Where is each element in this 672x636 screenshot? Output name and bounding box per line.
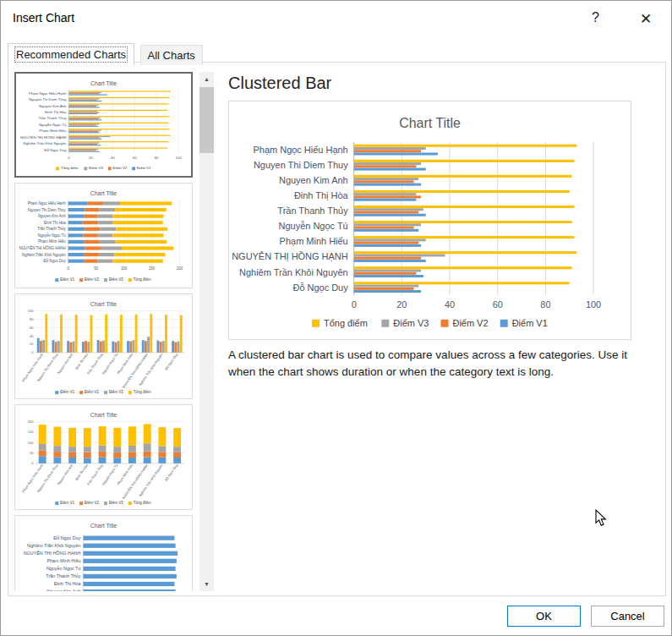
svg-text:Trần Thanh Thủy: Trần Thanh Thủy (46, 573, 80, 578)
svg-text:Điểm V2: Điểm V2 (85, 500, 99, 505)
svg-text:150: 150 (149, 266, 156, 271)
svg-text:Phạm Minh Hiếu: Phạm Minh Hiếu (280, 236, 348, 246)
svg-text:0: 0 (68, 156, 70, 160)
svg-text:50: 50 (30, 451, 34, 455)
tab-content-pane: Chart Title020406080100Phạm Ngọc Hiếu Hạ… (8, 62, 666, 596)
svg-text:Nguyen Kim Anh: Nguyen Kim Anh (39, 104, 67, 108)
tab-recommended-charts-label: Recommended Charts (16, 48, 126, 61)
svg-text:Điểm V1: Điểm V1 (60, 500, 74, 505)
close-icon[interactable]: ✕ (640, 10, 652, 28)
svg-text:Chart Title: Chart Title (90, 190, 117, 196)
svg-text:Điểm V1: Điểm V1 (60, 389, 74, 394)
svg-text:Tổng điểm: Tổng điểm (134, 277, 151, 282)
svg-text:NGUYỄN THỊ HỒNG HẠNH: NGUYỄN THỊ HỒNG HẠNH (20, 135, 66, 140)
svg-text:Đỗ Ngọc Duy: Đỗ Ngọc Duy (44, 258, 67, 263)
dialog-title: Insert Chart (13, 11, 74, 25)
thumbnail-clustered-bar[interactable]: Chart Title020406080100Phạm Ngọc Hiếu Hạ… (14, 72, 193, 178)
svg-text:Nguyễn Ngọc Tú: Nguyễn Ngọc Tú (46, 566, 80, 571)
svg-text:200: 200 (28, 419, 34, 424)
svg-text:Đinh Thị Hòa: Đinh Thị Hòa (294, 190, 349, 200)
svg-text:Điểm V2: Điểm V2 (452, 318, 488, 328)
svg-text:Đinh Thị Hòa: Đinh Thị Hòa (44, 221, 66, 225)
svg-text:Điểm V1: Điểm V1 (137, 166, 151, 170)
tab-recommended-charts[interactable]: Recommended Charts (8, 43, 134, 66)
svg-text:NGUYỄN THỊ HỒNG HẠNH: NGUYỄN THỊ HỒNG HẠNH (19, 245, 65, 250)
svg-text:Chart Title: Chart Title (90, 523, 117, 529)
thumbnail-clustered-column[interactable]: Chart Title020406080100Phạm Ngọc Hiếu Hạ… (14, 293, 193, 399)
svg-text:Điểm V1: Điểm V1 (512, 318, 548, 328)
svg-text:200: 200 (177, 266, 183, 271)
scrollbar-thumb[interactable] (199, 87, 214, 153)
svg-text:60: 60 (493, 299, 503, 310)
tab-all-charts-label: All Charts (148, 49, 195, 62)
svg-text:Đỗ Ngọc Duy: Đỗ Ngọc Duy (164, 463, 178, 482)
scrollbar-down-icon[interactable]: ▼ (199, 577, 214, 591)
svg-text:0: 0 (31, 350, 34, 354)
svg-text:Đỗ Ngọc Duy: Đỗ Ngọc Duy (292, 282, 348, 293)
svg-text:Điểm V2: Điểm V2 (85, 277, 99, 282)
svg-text:100: 100 (28, 309, 34, 313)
svg-text:Đinh Thị Hòa: Đinh Thị Hòa (74, 463, 90, 481)
scrollbar-up-icon[interactable]: ▲ (199, 72, 214, 86)
chart-thumbnail-list: Chart Title020406080100Phạm Ngọc Hiếu Hạ… (14, 72, 199, 591)
svg-text:Nguyen Kim Anh: Nguyen Kim Anh (57, 353, 74, 376)
svg-text:NGUYỄN THỊ HỒNG HẠNH: NGUYỄN THỊ HỒNG HẠNH (24, 551, 81, 556)
chart-type-heading: Clustered Bar (228, 74, 331, 93)
svg-text:20: 20 (89, 156, 93, 160)
svg-text:Trần Thanh Thủy: Trần Thanh Thủy (38, 116, 67, 120)
svg-text:100: 100 (586, 299, 601, 310)
svg-text:Đinh Thị Hòa: Đinh Thị Hòa (54, 581, 80, 586)
svg-text:80: 80 (155, 156, 159, 160)
ok-button[interactable]: OK (507, 606, 581, 627)
svg-text:Nguyen Kim Anh: Nguyen Kim Anh (57, 463, 74, 486)
svg-text:20: 20 (396, 299, 407, 310)
svg-text:Nguyen Kim Anh: Nguyen Kim Anh (279, 175, 348, 185)
svg-text:Đinh Thị Hòa: Đinh Thị Hòa (74, 352, 90, 370)
svg-text:150: 150 (28, 430, 34, 434)
svg-text:Điểm V2: Điểm V2 (113, 166, 128, 170)
svg-text:80: 80 (30, 317, 34, 321)
svg-text:Đinh Thị Hòa: Đinh Thị Hòa (45, 110, 67, 114)
svg-text:Điểm V2: Điểm V2 (85, 389, 99, 394)
svg-text:NGUYỄN THỊ HỒNG HẠNH: NGUYỄN THỊ HỒNG HẠNH (232, 252, 348, 262)
clustered-bar-chart: Chart Title020406080100Phạm Ngọc Hiếu Hạ… (229, 101, 631, 339)
svg-text:40: 40 (111, 156, 115, 160)
svg-text:Trần Thanh Thủy: Trần Thanh Thủy (277, 206, 348, 216)
svg-text:Nghiêm Trần Khôi Nguyên: Nghiêm Trần Khôi Nguyên (239, 267, 348, 277)
svg-text:Đỗ Ngọc Duy: Đỗ Ngọc Duy (45, 148, 68, 152)
svg-text:Phạm Ngọc Hiếu Hạnh: Phạm Ngọc Hiếu Hạnh (28, 201, 67, 206)
thumbnail-stacked-bar[interactable]: Chart Title050100150200Phạm Ngọc Hiếu Hạ… (14, 183, 193, 288)
svg-text:Nguyen Thi Diem Thuy: Nguyen Thi Diem Thuy (254, 160, 348, 170)
tab-all-charts[interactable]: All Charts (140, 45, 203, 65)
svg-text:Chart Title: Chart Title (399, 116, 461, 130)
svg-text:Phạm Minh Hiếu: Phạm Minh Hiếu (38, 239, 66, 244)
svg-text:Tổng điểm: Tổng điểm (134, 500, 151, 505)
svg-text:Điểm V3: Điểm V3 (393, 318, 429, 328)
cancel-button[interactable]: Cancel (591, 606, 664, 627)
svg-text:100: 100 (121, 266, 128, 271)
svg-text:Điểm V3: Điểm V3 (109, 500, 123, 505)
tab-bar: Recommended Charts All Charts (8, 43, 205, 65)
svg-text:Nguyen Thi Diem Thuy: Nguyen Thi Diem Thuy (29, 97, 67, 101)
svg-text:Nguyễn Ngọc Tú: Nguyễn Ngọc Tú (279, 221, 348, 231)
svg-text:Phạm Ngọc Hiếu Hạnh: Phạm Ngọc Hiếu Hạnh (29, 91, 67, 96)
svg-text:Nghiêm Trần Khôi Nguyên: Nghiêm Trần Khôi Nguyên (24, 141, 68, 145)
help-icon[interactable]: ? (592, 10, 599, 25)
svg-text:40: 40 (445, 299, 455, 310)
svg-text:80: 80 (540, 299, 550, 310)
scrollbar[interactable]: ▲ ▼ (199, 72, 214, 591)
svg-text:Chart Title: Chart Title (90, 301, 117, 307)
svg-text:40: 40 (30, 334, 34, 338)
svg-text:0: 0 (67, 266, 69, 271)
svg-text:Đỗ Ngọc Duy: Đỗ Ngọc Duy (164, 353, 178, 371)
svg-text:Tổng điểm: Tổng điểm (134, 389, 151, 394)
mouse-cursor (595, 509, 607, 527)
svg-text:50: 50 (94, 266, 98, 271)
svg-text:Tổng điểm: Tổng điểm (324, 318, 368, 328)
svg-text:Điểm V3: Điểm V3 (109, 389, 123, 394)
insert-chart-dialog: Insert Chart ? ✕ Recommended Charts All … (0, 0, 672, 636)
svg-text:Điểm V1: Điểm V1 (60, 277, 74, 282)
thumbnail-stacked-column[interactable]: Chart Title050100150200Phạm Ngọc Hiếu Hạ… (14, 404, 193, 510)
thumbnail-bar-single[interactable]: Chart TitleĐỗ Ngọc DuyNghiêm Trần Khôi N… (14, 515, 193, 591)
svg-text:60: 60 (133, 156, 137, 160)
